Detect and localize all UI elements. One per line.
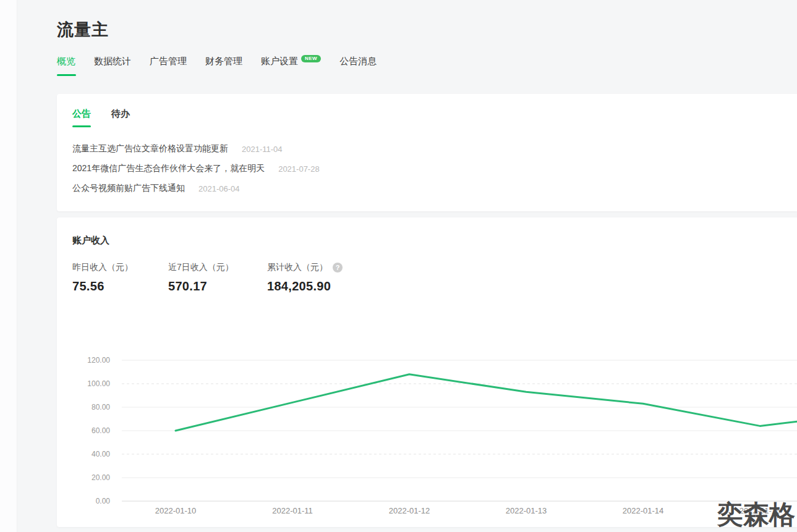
svg-text:0.00: 0.00 (96, 497, 111, 505)
line-chart-svg: 0.0020.0040.0060.0080.00100.00120.002022… (57, 334, 797, 527)
notice-item: 流量主互选广告位文章价格设置功能更新 2021-11-04 (72, 143, 283, 154)
stat-yesterday-income: 昨日收入（元） 75.56 (72, 262, 133, 293)
tab-account-settings-label: 账户设置 (261, 56, 298, 67)
tab-announcements-label: 公告消息 (339, 56, 377, 67)
svg-text:2022-01-10: 2022-01-10 (155, 506, 197, 515)
tab-data-statistics-label: 数据统计 (94, 56, 131, 67)
help-icon[interactable]: ? (333, 263, 343, 272)
notice-item-link[interactable]: 公众号视频前贴广告下线通知 (72, 183, 185, 194)
page-title: 流量主 (57, 19, 109, 41)
svg-text:60.00: 60.00 (92, 426, 110, 435)
account-income-card: 账户收入 昨日收入（元） 75.56 近7日收入（元） 570.17 累计收入（… (57, 217, 797, 527)
notice-card: 公告 待办 流量主互选广告位文章价格设置功能更新 2021-11-04 2021… (57, 94, 797, 211)
stat-value: 75.56 (72, 279, 133, 293)
notice-item-date: 2021-07-28 (278, 164, 320, 174)
svg-text:100.00: 100.00 (87, 379, 110, 388)
notice-tab-announcements[interactable]: 公告 (72, 108, 91, 120)
stat-label: 累计收入（元） ? (267, 262, 343, 273)
notice-item: 公众号视频前贴广告下线通知 2021-06-04 (72, 183, 240, 194)
notice-active-tab-underline (72, 125, 91, 127)
notice-item-link[interactable]: 流量主互选广告位文章价格设置功能更新 (72, 143, 228, 154)
notice-item-date: 2021-06-04 (198, 184, 240, 193)
watermark: 奕森格 (717, 502, 795, 528)
svg-text:2022-01-13: 2022-01-13 (506, 506, 547, 515)
notice-item-date: 2021-11-04 (242, 145, 283, 154)
main-nav-tabs: 概览 数据统计 广告管理 财务管理 账户设置 NEW 公告消息 (57, 56, 377, 67)
notice-tab-todo[interactable]: 待办 (111, 108, 130, 120)
tab-finance-management[interactable]: 财务管理 (205, 56, 242, 67)
collapsed-sidebar-strip (0, 0, 17, 532)
svg-text:2022-01-14: 2022-01-14 (623, 506, 664, 515)
stat-last7days-income: 近7日收入（元） 570.17 (168, 262, 234, 293)
active-tab-underline (57, 74, 76, 76)
svg-text:2022-01-11: 2022-01-11 (272, 506, 313, 515)
stat-label-text: 累计收入（元） (267, 262, 328, 273)
svg-text:2022-01-12: 2022-01-12 (389, 506, 430, 515)
tab-ad-management[interactable]: 广告管理 (150, 56, 187, 67)
svg-text:120.00: 120.00 (87, 356, 110, 365)
new-badge: NEW (301, 55, 321, 62)
notice-item-link[interactable]: 2021年微信广告生态合作伙伴大会来了，就在明天 (72, 163, 265, 174)
notice-tabs: 公告 待办 (72, 108, 130, 120)
income-card-title: 账户收入 (72, 235, 109, 247)
tab-account-settings[interactable]: 账户设置 NEW (261, 56, 321, 67)
tab-ad-management-label: 广告管理 (150, 56, 187, 67)
stat-value: 184,205.90 (267, 279, 343, 293)
income-line-chart: 0.0020.0040.0060.0080.00100.00120.002022… (57, 334, 797, 527)
stat-value: 570.17 (168, 279, 234, 293)
tab-overview-label: 概览 (57, 56, 75, 67)
tab-announcements[interactable]: 公告消息 (339, 56, 377, 67)
stat-label: 昨日收入（元） (72, 262, 133, 273)
svg-text:40.00: 40.00 (92, 450, 110, 458)
tab-overview[interactable]: 概览 (57, 56, 75, 67)
notice-item: 2021年微信广告生态合作伙伴大会来了，就在明天 2021-07-28 (72, 163, 320, 174)
stat-label: 近7日收入（元） (168, 262, 234, 273)
tab-data-statistics[interactable]: 数据统计 (94, 56, 131, 67)
stat-total-income: 累计收入（元） ? 184,205.90 (267, 262, 343, 293)
svg-text:20.00: 20.00 (92, 473, 110, 482)
tab-finance-management-label: 财务管理 (205, 56, 242, 67)
svg-text:80.00: 80.00 (92, 403, 110, 412)
